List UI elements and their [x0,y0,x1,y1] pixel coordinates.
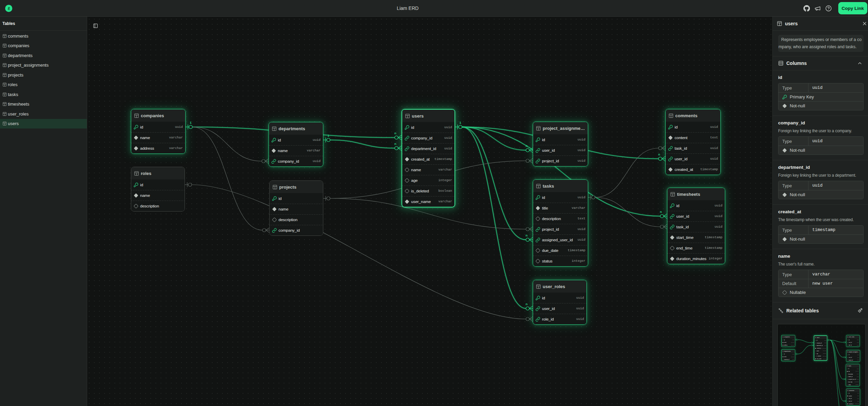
column-row-id[interactable]: iduuid [846,339,859,341]
column-row-assigned_user_id[interactable]: assigned_user_iduuid [846,378,859,381]
sidebar-item-projects[interactable]: projects [0,70,87,80]
column-row-due_date[interactable]: due_datetimestamp [846,381,859,383]
column-row-id[interactable]: iduuid [667,200,725,211]
column-row-id[interactable]: id [270,193,323,204]
column-row-name[interactable]: namevarchar [782,341,795,344]
column-row-user_id[interactable]: user_iduuid [533,145,588,155]
erd-node-tasks[interactable]: tasksiduuidtitlevarchardescriptiontextpr… [846,364,859,386]
column-row-role_id[interactable]: role_iduuid [846,344,859,347]
column-row-end_time[interactable]: end_timetimestamp [667,243,725,253]
copy-link-button[interactable]: Copy Link [838,2,867,14]
sidebar-item-roles[interactable]: roles [0,80,87,90]
erd-node-project_assignments[interactable]: project_assignmentsiduuiduser_iduuidproj… [846,350,860,362]
column-row-project_id[interactable]: project_iduuid [846,375,859,378]
column-row-company_id[interactable]: company_iduuid [402,133,455,143]
column-row-task_id[interactable]: task_iduuid [846,397,860,400]
erd-node-departments[interactable]: departmentsiduuidnamevarcharcompany_iduu… [782,350,795,361]
column-row-project_id[interactable]: project_iduuid [846,359,860,362]
column-row-address[interactable]: addressvarchar [782,344,795,347]
column-row-company_id[interactable]: company_iduuid [269,156,323,166]
column-row-user_id[interactable]: user_iduuid [533,303,586,314]
column-row-user_id[interactable]: user_iduuid [666,153,720,164]
erd-node-user_roles[interactable]: user_rolesiduuiduser_iduuidrole_iduuid [533,280,587,325]
column-row-created_at[interactable]: created_attimestamp [666,164,720,175]
erd-node-companies[interactable]: companiesiduuidnamevarcharaddressvarchar [131,109,186,154]
erd-canvas[interactable]: nnnnnnn111 companiesiduuidnamevarcharadd… [87,17,772,406]
column-row-user_id[interactable]: user_iduuid [846,400,860,403]
sidebar-item-project_assignments[interactable]: project_assignments [0,60,87,70]
column-row-id[interactable]: iduuid [782,339,795,341]
column-row-name[interactable]: name [131,190,185,201]
column-row-project_id[interactable]: project_iduuid [533,224,588,234]
column-row-name[interactable]: namevarchar [402,164,455,175]
column-row-name[interactable]: namevarchar [269,145,323,156]
sidebar-item-users[interactable]: users [0,119,87,129]
column-row-due_date[interactable]: due_datetimestamp [533,245,588,256]
collapse-columns-button[interactable] [856,59,864,67]
column-row-status[interactable]: statusinteger [846,383,859,386]
column-row-created_at[interactable]: created_attimestamp [402,154,455,164]
help-button[interactable] [824,3,833,13]
column-row-user_name[interactable]: user_namevarchar [402,196,455,207]
column-row-title[interactable]: titlevarchar [533,203,588,213]
column-row-title[interactable]: titlevarchar [846,370,859,373]
erd-node-projects[interactable]: projectsidnamedescriptioncompany_id [269,180,323,236]
column-row-id[interactable]: iduuid [533,293,586,303]
column-row-description[interactable]: description [270,214,323,225]
erd-node-departments[interactable]: departmentsiduuidnamevarcharcompany_iduu… [269,122,323,167]
erd-node-timesheets[interactable]: timesheetsiduuiduser_iduuidtask_iduuidst… [667,188,725,264]
column-row-project_id[interactable]: project_iduuid [533,155,588,166]
column-row-age[interactable]: ageinteger [814,352,827,355]
column-row-description[interactable]: descriptiontext [533,213,588,224]
column-row-duration_minutes[interactable]: duration_minutesinteger [667,253,725,264]
erd-node-project_assignments[interactable]: project_assignmentsiduuiduser_iduuidproj… [533,122,588,166]
column-row-created_at[interactable]: created_attimestamp [814,347,827,350]
column-row-id[interactable]: iduuid [846,367,859,370]
column-row-id[interactable]: id [131,179,185,190]
column-row-id[interactable]: iduuid [782,353,795,355]
erd-node-users[interactable]: usersiduuidcompany_iduuiddepartment_iduu… [402,109,455,207]
column-row-content[interactable]: contenttext [666,132,720,143]
column-row-assigned_user_id[interactable]: assigned_user_iduuid [533,234,588,245]
table-description[interactable]: Represents employees or members of a com… [778,35,864,52]
column-row-task_id[interactable]: task_iduuid [666,143,720,153]
erd-node-user_roles[interactable]: user_rolesiduuiduser_iduuidrole_iduuid [846,335,859,347]
sidebar-item-tasks[interactable]: tasks [0,90,87,99]
sidebar-item-companies[interactable]: companies [0,41,87,51]
column-row-user_id[interactable]: user_iduuid [846,356,860,359]
erd-node-users[interactable]: usersiduuidcompany_iduuiddepartment_iduu… [814,336,827,361]
column-row-id[interactable]: iduuid [814,339,827,342]
sidebar-item-comments[interactable]: comments [0,31,87,41]
column-row-name[interactable]: namevarchar [814,350,827,352]
erd-node-roles[interactable]: rolesidnamedescription [131,167,185,212]
sidebar-item-timesheets[interactable]: timesheets [0,99,87,109]
erd-node-comments[interactable]: commentsiduuidcontenttexttask_iduuiduser… [665,109,721,175]
open-related-tables-button[interactable] [856,307,864,315]
column-row-role_id[interactable]: role_iduuid [533,314,586,324]
column-row-name[interactable]: name [270,204,323,214]
column-row-id[interactable]: iduuid [131,122,185,132]
column-row-task_id[interactable]: task_iduuid [667,221,725,232]
column-row-created_at[interactable]: created_attimestamp [846,403,860,405]
erd-node-tasks[interactable]: tasksiduuidtitlevarchardescriptiontextpr… [533,179,588,267]
column-row-company_id[interactable]: company_id [270,225,323,235]
column-row-name[interactable]: namevarchar [131,132,185,143]
sidebar-item-departments[interactable]: departments [0,51,87,60]
column-row-description[interactable]: description [131,201,185,211]
column-row-description[interactable]: descriptiontext [846,373,859,376]
sidebar-item-user_roles[interactable]: user_roles [0,109,87,119]
column-row-address[interactable]: addressvarchar [131,143,185,153]
erd-node-comments[interactable]: commentsiduuidcontenttexttask_iduuiduser… [846,389,860,405]
column-row-id[interactable]: iduuid [846,392,860,395]
column-row-department_id[interactable]: department_iduuid [402,143,455,154]
column-row-user_id[interactable]: user_iduuid [846,341,859,344]
column-row-content[interactable]: contenttext [846,395,860,397]
column-row-age[interactable]: ageinteger [402,175,455,186]
column-row-name[interactable]: namevarchar [782,355,795,358]
column-row-user_name[interactable]: user_namevarchar [814,357,827,360]
close-panel-button[interactable] [861,20,868,27]
toggle-sidebar-button[interactable] [92,22,99,30]
column-row-id[interactable]: iduuid [269,135,323,145]
related-tables-minimap[interactable]: companiesiduuidnamevarcharaddressvarchar… [777,324,866,406]
column-row-status[interactable]: statusinteger [533,256,588,266]
